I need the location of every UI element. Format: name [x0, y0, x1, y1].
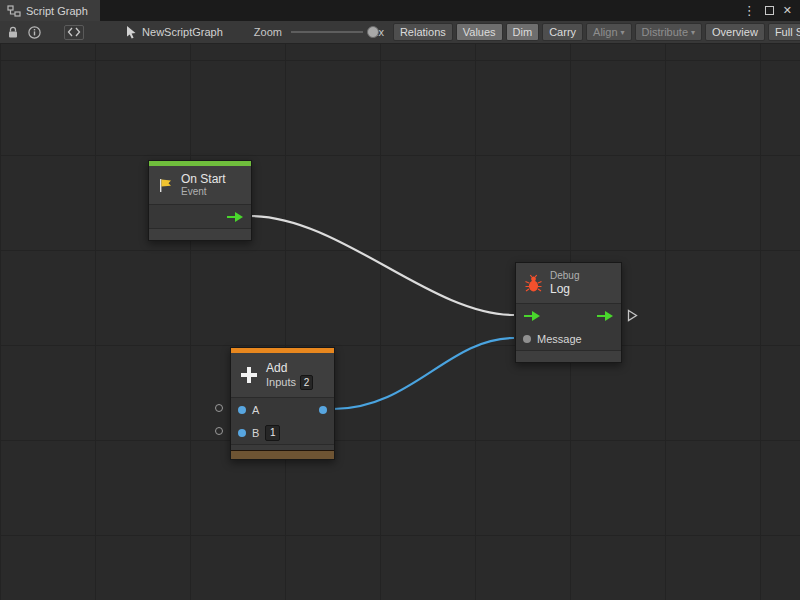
zoom-slider[interactable]	[291, 25, 363, 39]
node-title: On Start	[181, 172, 226, 186]
trigger-output-port[interactable]	[226, 211, 244, 223]
bug-icon	[524, 274, 543, 293]
node-header: Add Inputs 2	[231, 353, 334, 397]
graph-name[interactable]: NewScriptGraph	[142, 26, 223, 38]
chevron-down-icon: ▾	[691, 28, 695, 37]
tab-title: Script Graph	[26, 5, 88, 17]
trigger-output-port[interactable]	[596, 310, 614, 322]
wire-value-add-to-message[interactable]	[333, 338, 514, 409]
tab-script-graph[interactable]: Script Graph	[0, 0, 100, 21]
wire-flow-onstart-to-log[interactable]	[250, 216, 514, 315]
align-dropdown[interactable]: Align ▾	[586, 23, 631, 41]
plus-icon	[239, 365, 259, 385]
zoom-slider-handle[interactable]	[367, 26, 379, 38]
window-controls: ⋮ ✕	[743, 0, 800, 21]
port-b-value-field[interactable]: 1	[265, 425, 280, 441]
flag-icon	[157, 177, 174, 194]
tab-bar: Script Graph ⋮ ✕	[0, 0, 800, 21]
distribute-dropdown[interactable]: Distribute ▾	[635, 23, 702, 41]
node-title: Add	[266, 361, 313, 375]
wires-layer	[0, 44, 800, 600]
lock-icon[interactable]	[7, 26, 19, 39]
value-input-port-a[interactable]	[238, 406, 246, 414]
overview-button[interactable]: Overview	[705, 23, 765, 41]
toolbar-buttons: Relations Values Dim Carry Align ▾ Distr…	[393, 23, 800, 41]
inputs-count-field[interactable]: 2	[300, 375, 313, 390]
node-debug-log[interactable]: Debug Log Me	[515, 262, 622, 363]
value-input-port-b[interactable]	[238, 429, 246, 437]
message-input-port[interactable]	[523, 335, 531, 343]
message-port-label: Message	[537, 333, 582, 345]
graph-toolbar: NewScriptGraph Zoom 1x Relations Values …	[0, 21, 800, 44]
node-footer	[149, 228, 251, 240]
port-b-label: B	[252, 427, 259, 439]
node-add[interactable]: Add Inputs 2 A B 1	[230, 347, 335, 460]
node-category: Debug	[550, 270, 579, 282]
script-graph-icon	[7, 4, 21, 18]
info-icon[interactable]	[28, 26, 41, 39]
align-label: Align	[593, 26, 617, 38]
node-title: Log	[550, 282, 579, 296]
fullscreen-button[interactable]: Full S	[768, 23, 800, 41]
code-icon[interactable]	[64, 25, 84, 40]
unconnected-port-indicator-b[interactable]	[215, 427, 223, 435]
carry-button[interactable]: Carry	[542, 23, 583, 41]
kebab-menu-icon[interactable]: ⋮	[743, 4, 756, 17]
distribute-label: Distribute	[642, 26, 688, 38]
unconnected-port-indicator-a[interactable]	[215, 404, 223, 412]
trigger-input-port[interactable]	[523, 310, 541, 322]
zoom-label: Zoom	[254, 26, 282, 38]
node-footer-accent	[231, 450, 334, 459]
node-header: Debug Log	[516, 263, 621, 303]
values-button[interactable]: Values	[456, 23, 503, 41]
script-graph-window: Script Graph ⋮ ✕	[0, 0, 800, 600]
port-a-label: A	[252, 404, 259, 416]
pointer-icon	[125, 25, 138, 39]
zoom-slider-track[interactable]	[291, 31, 363, 33]
node-on-start[interactable]: On Start Event	[148, 160, 252, 241]
maximize-icon[interactable]	[765, 6, 774, 15]
flow-continuation-indicator[interactable]	[627, 309, 638, 322]
node-header: On Start Event	[149, 166, 251, 204]
chevron-down-icon: ▾	[621, 28, 625, 37]
value-output-port[interactable]	[319, 406, 327, 414]
node-footer	[516, 350, 621, 362]
relations-button[interactable]: Relations	[393, 23, 453, 41]
inputs-label: Inputs	[266, 376, 296, 388]
close-icon[interactable]: ✕	[783, 5, 792, 16]
graph-canvas[interactable]: On Start Event	[0, 44, 800, 600]
node-subtitle: Event	[181, 186, 226, 198]
dim-button[interactable]: Dim	[506, 23, 540, 41]
